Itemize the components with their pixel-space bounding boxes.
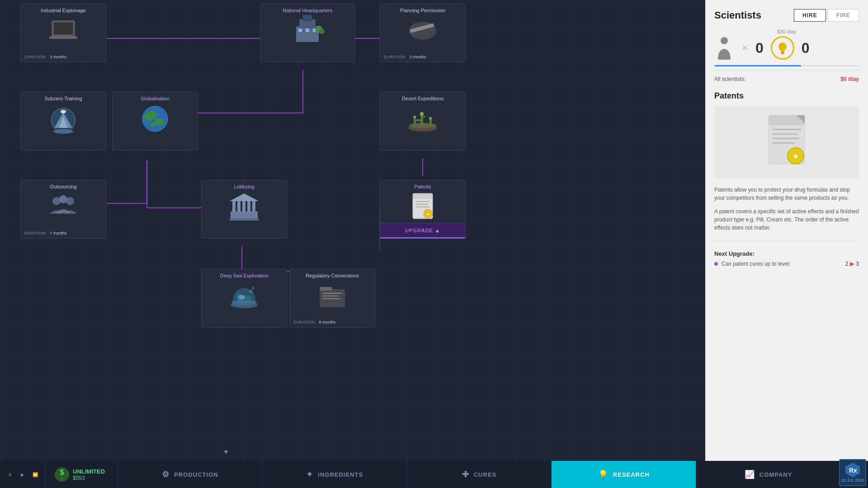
progress-fill bbox=[714, 65, 801, 66]
fire-button[interactable]: FIRE bbox=[828, 9, 859, 22]
node-industrial-espionage[interactable]: Industrial Espionage DURATION: 3 months bbox=[20, 4, 106, 62]
node-national-headquarters[interactable]: National Headquarters bbox=[260, 4, 355, 62]
connections-svg bbox=[0, 0, 705, 488]
svg-point-22 bbox=[319, 28, 325, 34]
node-duration: DURATION: 7 months bbox=[21, 229, 106, 238]
svg-rect-44 bbox=[421, 116, 425, 117]
node-patents[interactable]: Patents ★ UPGRADE ▲ bbox=[380, 180, 466, 239]
taskbar-nav: ⚙ PRODUCTION ✦ INGREDIENTS ✚ CURES 💡 RES… bbox=[118, 461, 841, 488]
svg-rect-79 bbox=[781, 52, 784, 53]
nav-label-research: RESEARCH bbox=[613, 471, 650, 478]
node-lobbying[interactable]: Lobbying bbox=[201, 180, 287, 239]
node-title: Lobbying bbox=[202, 180, 287, 191]
scientist-progress bbox=[714, 65, 859, 66]
nav-label-company: COMPANY bbox=[760, 471, 792, 478]
node-icon bbox=[226, 191, 262, 223]
svg-rect-85 bbox=[772, 138, 799, 139]
nav-item-ingredients[interactable]: ✦ INGREDIENTS bbox=[263, 461, 407, 488]
node-deep-sea[interactable]: Deep Sea Exploration bbox=[201, 269, 287, 328]
node-title: Regulatory Connections bbox=[290, 269, 375, 280]
play-button[interactable]: ▶ bbox=[18, 470, 27, 479]
node-icon bbox=[405, 15, 441, 47]
bulb-count: 0 bbox=[802, 40, 810, 56]
svg-rect-43 bbox=[415, 119, 421, 121]
svg-rect-86 bbox=[772, 142, 795, 144]
svg-marker-57 bbox=[230, 193, 259, 201]
fast-forward-button[interactable]: ⏩ bbox=[31, 470, 40, 479]
node-icon bbox=[289, 15, 326, 47]
pause-button[interactable]: ⏸ bbox=[5, 470, 14, 479]
svg-rect-74 bbox=[320, 287, 332, 291]
nav-label-cures: CURES bbox=[474, 471, 497, 478]
nav-label-ingredients: INGREDIENTS bbox=[318, 471, 363, 478]
node-title: Planning Permission bbox=[380, 4, 465, 15]
patent-desc-1: Patents allow you to protect your drug f… bbox=[714, 186, 859, 202]
node-globalisation[interactable]: Globalisation bbox=[112, 92, 198, 150]
patent-image-box: ★ bbox=[714, 106, 859, 178]
upgrade-from: 2 bbox=[845, 261, 849, 267]
svg-rect-42 bbox=[429, 119, 432, 126]
svg-rect-62 bbox=[415, 204, 428, 205]
node-icon bbox=[137, 103, 173, 135]
all-scientists-label: All scientists: bbox=[714, 76, 745, 82]
node-title: National Headquarters bbox=[260, 4, 354, 15]
svg-text:★: ★ bbox=[427, 212, 430, 216]
money-icon: $ + bbox=[55, 467, 69, 482]
svg-rect-80 bbox=[781, 53, 784, 54]
svg-rect-13 bbox=[54, 23, 73, 34]
svg-point-72 bbox=[238, 295, 245, 300]
all-scientists-cost: $0 /day bbox=[840, 76, 859, 82]
node-icon bbox=[45, 103, 81, 135]
research-icon: 💡 bbox=[598, 469, 609, 479]
svg-rect-56 bbox=[252, 201, 255, 212]
svg-point-78 bbox=[721, 37, 728, 44]
node-planning-permission[interactable]: Planning Permission DURATION: 3 months bbox=[380, 4, 466, 62]
scientist-count: 0 bbox=[755, 40, 764, 56]
upgrade-row: Can patent cures up to level: 2 ▶ 3 bbox=[714, 261, 859, 267]
bulb-icon bbox=[771, 36, 794, 60]
money-info: UNLIMITED $553 bbox=[73, 468, 105, 481]
node-duration: DURATION: 8 months bbox=[290, 318, 375, 327]
upgrade-values: 2 ▶ 3 bbox=[845, 261, 859, 267]
svg-rect-75 bbox=[322, 293, 342, 294]
svg-rect-61 bbox=[415, 201, 430, 202]
scientists-row: ✕ 0 0 bbox=[714, 36, 859, 60]
scientist-left bbox=[714, 36, 734, 60]
node-icon: ★ bbox=[405, 191, 441, 223]
svg-point-71 bbox=[252, 287, 254, 289]
money-unlimited: UNLIMITED bbox=[73, 468, 105, 475]
nav-item-production[interactable]: ⚙ PRODUCTION bbox=[118, 461, 263, 488]
scroll-down-indicator[interactable]: ▼ bbox=[222, 447, 231, 456]
svg-rect-63 bbox=[415, 206, 430, 207]
upgrade-feature-label: Can patent cures up to level: bbox=[722, 261, 791, 267]
node-regulatory-connections[interactable]: Regulatory Connections DURATION: 8 month… bbox=[289, 269, 375, 328]
divider2 bbox=[714, 241, 859, 241]
taskbar: ⏸ ▶ ⏩ $ + UNLIMITED $553 ⚙ PRODUCTION ✦ … bbox=[0, 461, 868, 488]
node-desert-expeditions[interactable]: Desert Expeditions bbox=[380, 92, 466, 150]
salary-label: $30 /day bbox=[714, 29, 859, 34]
node-duration: DURATION: 3 months bbox=[21, 53, 106, 62]
node-subzero-training[interactable]: Subzero Training bbox=[20, 92, 106, 150]
svg-point-30 bbox=[53, 129, 73, 134]
nav-item-cures[interactable]: ✚ CURES bbox=[407, 461, 552, 488]
node-duration: DURATION: 3 months bbox=[380, 53, 465, 62]
svg-rect-83 bbox=[772, 129, 801, 130]
node-outsourcing[interactable]: Outsourcing DURATION: 7 months bbox=[20, 180, 106, 239]
svg-point-45 bbox=[420, 112, 424, 116]
lightbulb-svg bbox=[777, 42, 788, 54]
node-title: Desert Expeditions bbox=[380, 92, 465, 103]
patent-desc-2: A patent covers a specific set of active… bbox=[714, 207, 859, 232]
node-title: Industrial Espionage bbox=[21, 4, 106, 15]
big-pharma-logo: Rx 20 JUL 2016 bbox=[839, 459, 866, 486]
upgrade-button[interactable]: UPGRADE ▲ bbox=[380, 223, 465, 237]
node-title: Subzero Training bbox=[21, 92, 106, 103]
research-area: Industrial Espionage DURATION: 3 months … bbox=[0, 0, 705, 488]
svg-rect-58 bbox=[230, 218, 259, 221]
company-icon: 📈 bbox=[745, 469, 755, 479]
patents-title: Patents bbox=[714, 91, 859, 101]
ingredients-icon: ✦ bbox=[306, 469, 313, 479]
hire-button[interactable]: HIRE bbox=[794, 9, 826, 22]
nav-item-research[interactable]: 💡 RESEARCH bbox=[552, 461, 696, 488]
nav-item-company[interactable]: 📈 COMPANY bbox=[696, 461, 841, 488]
svg-rect-18 bbox=[298, 28, 302, 32]
